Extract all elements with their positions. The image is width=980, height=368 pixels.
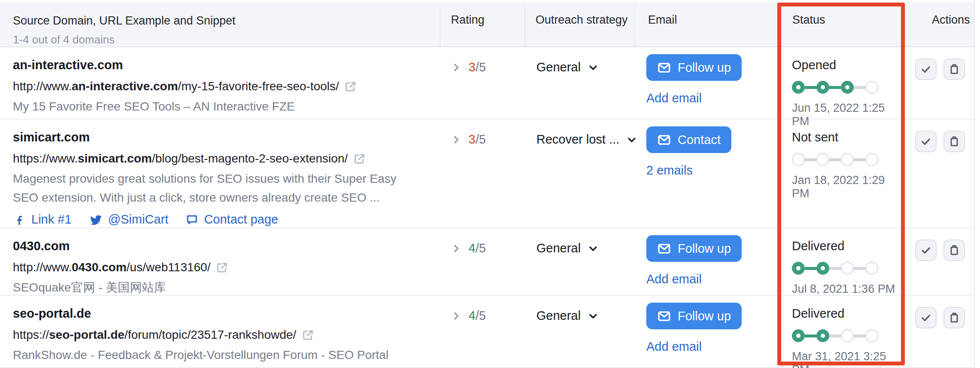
source-column-title: Source Domain, URL Example and Snippet xyxy=(13,13,440,28)
outreach-strategy-dropdown[interactable]: Recover lost ... xyxy=(536,132,638,147)
status-date: Mar 31, 2021 3:25 PM xyxy=(792,350,904,368)
url-example: https://www.simicart.com/blog/best-magen… xyxy=(13,148,423,169)
url-example: http://www.0430.com/us/web113160/ xyxy=(13,257,423,278)
status-dot xyxy=(865,81,878,94)
status-dot xyxy=(792,329,805,342)
url-prefix: https://www. xyxy=(13,152,78,165)
page-snippet: Magenest provides great solutions for SE… xyxy=(13,169,414,207)
status-dot xyxy=(816,81,829,94)
expand-rating-icon[interactable] xyxy=(450,242,462,255)
outreach-strategy-dropdown[interactable]: General xyxy=(536,309,599,323)
status-dot xyxy=(865,153,878,166)
delete-button[interactable] xyxy=(943,58,965,80)
social-links: Link #1 @SimiCart Contact page xyxy=(13,212,423,227)
mark-done-button[interactable] xyxy=(915,131,937,152)
follow-up-button[interactable]: Follow up xyxy=(646,54,742,81)
status-dot xyxy=(816,329,829,342)
column-header-actions: Actions xyxy=(904,2,975,46)
table-row: 0430.com http://www.0430.com/us/web11316… xyxy=(0,228,974,296)
check-icon xyxy=(919,63,932,76)
rating-value: 3/5 xyxy=(469,60,486,74)
url-prefix: https:// xyxy=(13,328,49,341)
external-link-icon[interactable] xyxy=(216,261,228,274)
emails-count-link[interactable]: 2 emails xyxy=(646,163,693,178)
url-example: https://seo-portal.de/forum/topic/23517-… xyxy=(13,324,423,346)
add-email-link[interactable]: Add email xyxy=(646,91,702,105)
expand-rating-icon[interactable] xyxy=(450,134,462,146)
status-dot xyxy=(841,153,854,166)
url-path: /blog/best-magento-2-seo-extension/ xyxy=(152,152,348,165)
url-prefix: http://www. xyxy=(13,261,72,274)
column-header-source: Source Domain, URL Example and Snippet 1… xyxy=(0,2,440,46)
status-progress xyxy=(792,329,904,342)
table-row: seo-portal.de https://seo-portal.de/foru… xyxy=(0,296,974,368)
strategy-label: General xyxy=(536,309,581,323)
check-icon xyxy=(919,244,932,257)
envelope-icon xyxy=(657,133,671,147)
status-connector xyxy=(805,334,816,337)
status-dot xyxy=(865,262,878,275)
status-dot xyxy=(816,262,829,275)
delete-button[interactable] xyxy=(943,239,965,261)
follow-up-button[interactable]: Follow up xyxy=(646,235,742,262)
strategy-label: Recover lost ... xyxy=(536,132,619,147)
external-link-icon[interactable] xyxy=(353,152,366,165)
status-date: Jan 18, 2022 1:29 PM xyxy=(792,174,904,200)
add-email-link[interactable]: Add email xyxy=(646,272,702,286)
status-connector xyxy=(854,158,865,161)
mark-done-button[interactable] xyxy=(915,307,937,328)
status-connector xyxy=(829,86,841,89)
backlink-link[interactable]: Link #1 xyxy=(13,212,72,227)
status-progress xyxy=(792,262,904,275)
status-connector xyxy=(854,86,865,89)
external-link-icon[interactable] xyxy=(301,328,314,341)
status-connector xyxy=(829,334,841,337)
contact-button[interactable]: Contact xyxy=(646,126,731,153)
status-dot xyxy=(792,262,805,275)
status-label: Delivered xyxy=(792,238,904,254)
status-dot xyxy=(816,153,829,166)
envelope-icon xyxy=(657,242,671,256)
envelope-icon xyxy=(657,309,671,323)
expand-rating-icon[interactable] xyxy=(450,61,462,74)
table-row: an-interactive.com http://www.an-interac… xyxy=(0,47,974,120)
outreach-strategy-dropdown[interactable]: General xyxy=(536,241,599,255)
url-example: http://www.an-interactive.com/my-15-favo… xyxy=(13,76,423,97)
page-snippet: My 15 Favorite Free SEO Tools – AN Inter… xyxy=(13,97,414,116)
add-email-link[interactable]: Add email xyxy=(646,340,702,354)
status-connector xyxy=(805,86,816,89)
outreach-strategy-dropdown[interactable]: General xyxy=(536,60,599,74)
mark-done-button[interactable] xyxy=(915,239,937,261)
domain-name: simicart.com xyxy=(13,126,423,148)
url-domain-bold: simicart.com xyxy=(78,152,152,165)
status-dot xyxy=(792,153,805,166)
url-path: /my-15-favorite-free-seo-tools/ xyxy=(178,80,339,93)
follow-up-button[interactable]: Follow up xyxy=(646,303,742,329)
mark-done-button[interactable] xyxy=(915,58,937,80)
delete-button[interactable] xyxy=(943,307,965,328)
twitter-icon xyxy=(89,213,103,227)
status-connector xyxy=(854,334,865,337)
rating-value: 4/5 xyxy=(469,241,486,255)
status-dot xyxy=(841,262,854,275)
page-snippet: SEOquake官网 - 美国网站库 xyxy=(13,278,414,297)
status-progress xyxy=(792,153,904,166)
twitter-link[interactable]: @SimiCart xyxy=(89,212,169,227)
domains-count-label: 1-4 out of 4 domains xyxy=(13,33,440,46)
expand-rating-icon[interactable] xyxy=(450,310,462,322)
external-link-icon[interactable] xyxy=(344,80,357,93)
status-dot xyxy=(841,329,854,342)
trash-icon xyxy=(948,135,961,148)
url-domain-bold: an-interactive.com xyxy=(72,80,178,93)
domain-name: an-interactive.com xyxy=(13,54,423,76)
column-header-status: Status xyxy=(777,2,904,46)
status-progress xyxy=(792,81,904,94)
strategy-label: General xyxy=(536,60,581,74)
column-header-outreach-strategy: Outreach strategy xyxy=(524,2,634,46)
domain-name: 0430.com xyxy=(13,235,423,257)
column-header-email: Email xyxy=(634,2,777,46)
contact-page-link[interactable]: Contact page xyxy=(186,212,278,227)
delete-button[interactable] xyxy=(943,131,965,152)
rating-value: 3/5 xyxy=(469,132,486,147)
trash-icon xyxy=(948,244,961,257)
